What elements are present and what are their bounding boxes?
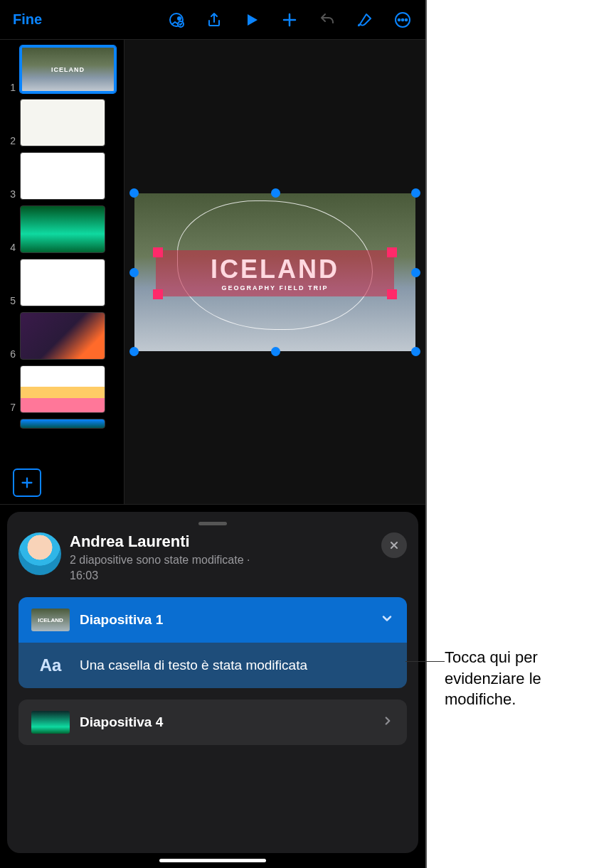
slide-thumb-3[interactable]: 3 (6, 152, 118, 200)
thumb-image[interactable] (20, 99, 105, 146)
activity-item-slide-4[interactable]: Diapositiva 4 (18, 700, 407, 745)
thumb-number: 7 (6, 402, 16, 413)
resize-handle[interactable] (411, 188, 420, 198)
summary-text: 2 diapositive sono state modificate (70, 554, 244, 566)
sheet-header: Andrea Laurenti 2 diapositive sono state… (18, 532, 407, 583)
activity-summary: 2 diapositive sono state modificate · 16… (70, 552, 373, 583)
slide-thumb-6[interactable]: 6 (6, 312, 118, 360)
slide-thumb-7[interactable]: 7 (6, 365, 118, 413)
text-edit-icon: Aa (31, 654, 70, 677)
activity-item-slide-1[interactable]: ICELAND Diapositiva 1 Aa Una casella di … (18, 597, 407, 688)
activity-item-detail[interactable]: Aa Una casella di testo è stata modifica… (18, 643, 407, 688)
home-indicator[interactable] (159, 859, 266, 862)
add-slide-button[interactable] (13, 468, 41, 497)
device-frame: Fine (0, 0, 427, 868)
toolbar-actions (166, 10, 413, 30)
close-button[interactable] (381, 532, 407, 558)
thumb-image[interactable] (20, 205, 105, 253)
svg-point-4 (398, 18, 401, 21)
slide-thumb-4[interactable]: 4 (6, 205, 118, 253)
thumb-number: 4 (6, 242, 16, 253)
thumb-number: 6 (6, 348, 16, 360)
user-info: Andrea Laurenti 2 diapositive sono state… (70, 532, 373, 583)
title-text-box[interactable]: ICELAND GEOGRAPHY FIELD TRIP (156, 250, 394, 296)
resize-handle[interactable] (129, 268, 139, 277)
activity-detail-text: Una casella di testo è stata modificata (80, 658, 394, 673)
activity-time: 16:03 (70, 569, 98, 582)
add-icon[interactable] (280, 10, 299, 30)
svg-point-1 (178, 17, 181, 20)
resize-handle[interactable] (411, 268, 420, 277)
thumb-image[interactable] (20, 419, 105, 429)
slide-thumb-2[interactable]: 2 (6, 99, 118, 146)
toolbar: Fine (0, 0, 425, 39)
editor-area: 1 ICELAND 2 3 4 5 6 (0, 39, 425, 505)
selected-slide-object[interactable]: ICELAND GEOGRAPHY FIELD TRIP (134, 193, 415, 351)
slide-title: ICELAND (211, 254, 339, 284)
format-brush-icon[interactable] (355, 10, 375, 30)
callout-line (405, 661, 445, 662)
slide-thumb-5[interactable]: 5 (6, 259, 118, 306)
slide-subtitle: GEOGRAPHY FIELD TRIP (222, 284, 329, 291)
thumb-number: 2 (6, 135, 16, 146)
resize-handle[interactable] (129, 347, 139, 356)
collaborate-icon[interactable] (166, 10, 186, 30)
resize-handle[interactable] (129, 188, 139, 198)
thumb-number: 1 (6, 82, 16, 93)
thumb-image[interactable] (20, 152, 105, 200)
thumb-number: 5 (6, 295, 16, 306)
activity-item-title: Diapositiva 4 (80, 714, 371, 730)
activity-sheet[interactable]: Andrea Laurenti 2 diapositive sono state… (7, 512, 418, 853)
done-button[interactable]: Fine (13, 11, 42, 28)
play-icon[interactable] (242, 10, 262, 30)
resize-handle[interactable] (411, 347, 420, 356)
chevron-down-icon (380, 611, 394, 628)
text-selection-corner (153, 247, 163, 257)
slide-thumb-icon: ICELAND (31, 609, 70, 631)
activity-item-header[interactable]: Diapositiva 4 (18, 700, 407, 745)
more-icon[interactable] (393, 10, 413, 30)
separator: · (247, 554, 250, 566)
text-selection-corner (153, 289, 163, 299)
chevron-right-icon (381, 714, 394, 730)
slide-thumb-8-partial[interactable] (6, 419, 118, 429)
slide-thumb-1[interactable]: 1 ICELAND (6, 45, 118, 93)
share-icon[interactable] (204, 10, 224, 30)
slide-thumb-icon (31, 711, 70, 734)
slide-canvas[interactable]: ICELAND GEOGRAPHY FIELD TRIP (124, 40, 425, 504)
svg-point-6 (405, 18, 408, 21)
thumb-image[interactable] (20, 312, 105, 360)
sheet-grabber[interactable] (198, 522, 227, 525)
activity-item-title: Diapositiva 1 (80, 612, 370, 628)
slide-navigator[interactable]: 1 ICELAND 2 3 4 5 6 (0, 40, 124, 504)
thumb-image[interactable] (20, 259, 105, 306)
thumb-image[interactable] (20, 365, 105, 413)
svg-point-5 (402, 18, 404, 21)
callout-text: Tocca qui per evidenziare le modifiche. (445, 647, 587, 710)
thumb-label: ICELAND (51, 66, 85, 73)
text-selection-corner (387, 247, 397, 257)
undo-icon (317, 10, 337, 30)
user-name: Andrea Laurenti (70, 532, 373, 551)
user-avatar (18, 532, 61, 575)
thumb-number: 3 (6, 188, 16, 200)
activity-item-header[interactable]: ICELAND Diapositiva 1 (18, 597, 407, 643)
resize-handle[interactable] (271, 347, 280, 356)
resize-handle[interactable] (271, 188, 280, 198)
text-selection-corner (387, 289, 397, 299)
thumb-image[interactable]: ICELAND (20, 45, 116, 93)
